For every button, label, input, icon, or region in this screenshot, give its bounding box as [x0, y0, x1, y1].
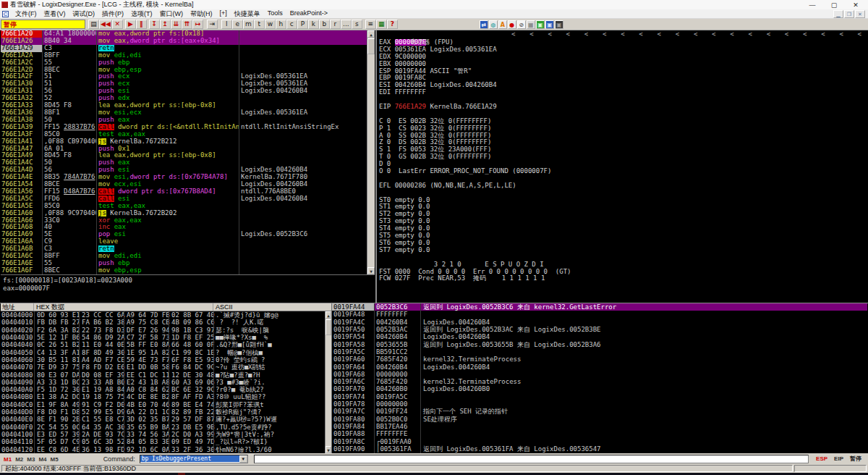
- disassembly-scrollbar[interactable]: ▲ ▼: [367, 30, 375, 274]
- register-line[interactable]: FST 0000 Cond 0 0 0 0 Err 0 0 0 0 0 0 0 …: [377, 269, 867, 276]
- macro-button-m3[interactable]: M3: [27, 456, 35, 463]
- breakpoints-window-button[interactable]: b: [319, 20, 330, 29]
- close-process-button[interactable]: ✕: [112, 20, 123, 29]
- macro-button-m1[interactable]: M1: [4, 456, 12, 463]
- dump-row[interactable]: 004040400C 26 51 B211 E0 44 0E5B FF E0 8…: [1, 341, 331, 348]
- plugin-disable-icon[interactable]: ⊘: [517, 20, 526, 29]
- register-line[interactable]: EIP 766E1A29 KernelBa.766E1A29: [377, 104, 867, 111]
- disasm-row[interactable]: 766E1A548BCEmov ecx,esiLogixDes.004260B4: [1, 181, 367, 188]
- stack-row[interactable]: 0019FA7800000000: [332, 400, 867, 408]
- go-to-user-code-button[interactable]: ⇥: [207, 20, 218, 29]
- disasm-row[interactable]: 766E1A6AC9leave: [1, 238, 367, 245]
- disasm-row[interactable]: 766E1A6BC3retn: [1, 245, 367, 253]
- register-line[interactable]: ST6 empty 0.0: [377, 240, 867, 247]
- scroll-down-icon[interactable]: ▼: [367, 267, 375, 274]
- stack-row[interactable]: 0019FA90│005361FA返回到 LogixDes.005361FA 来…: [332, 445, 867, 453]
- plugin-swap-icon[interactable]: ⇄: [480, 20, 488, 29]
- disassembly-pane[interactable]: 766E1A2064:A1 18000000mov eax,dword ptr …: [1, 30, 375, 303]
- register-line[interactable]: [377, 175, 867, 182]
- menu-item-3[interactable]: 插件(P): [98, 9, 127, 19]
- register-line[interactable]: D 0: [377, 161, 867, 168]
- run-trace-window-button[interactable]: ...: [341, 20, 352, 29]
- macro-button-m2[interactable]: M2: [15, 456, 23, 463]
- register-line[interactable]: EFL 00000286 (NO,NB,NE,A,S,PE,L,LE): [377, 182, 867, 190]
- menu-item-6[interactable]: 帮助(H): [187, 9, 216, 19]
- mdi-minimize-button[interactable]: ▁: [833, 10, 843, 18]
- disasm-row[interactable]: 766E1A338D45 F8lea eax,dword ptr ss:[ebp…: [1, 102, 367, 109]
- stack-row[interactable]: 0019FA88FFFFFFFE: [332, 430, 867, 437]
- command-combobox[interactable]: bp IsDebuggerPresent ▼: [140, 455, 248, 463]
- register-line[interactable]: ESP 0019FA44 ASCII "管R": [377, 68, 867, 75]
- command-extra-field[interactable]: [254, 455, 809, 463]
- disasm-row[interactable]: 766E1A6C8BFFmov edi,edi: [1, 253, 367, 260]
- register-line[interactable]: ST3 empty 0.0: [377, 218, 867, 225]
- dump-row[interactable]: 004040A0F5 1D 72 30E1 19 A8 84A0 C8 84 6…: [1, 386, 331, 393]
- register-line[interactable]: EDX 9C000000: [377, 54, 867, 61]
- stack-row[interactable]: 0019FA580053655B返回到 LogixDes.0053655B 来自…: [332, 341, 867, 348]
- register-line[interactable]: A 0 SS 002B 32位 0(FFFFFFFF): [377, 133, 867, 140]
- scroll-down-icon[interactable]: ▼: [326, 446, 331, 453]
- plugin-blue-icon[interactable]: ▣: [545, 20, 554, 29]
- dump-row[interactable]: 004040D0F8 D0 F1 D852 99 E5 D96A 22 D1 1…: [1, 408, 331, 416]
- menu-item-0[interactable]: 文件(F): [12, 9, 41, 19]
- stack-row[interactable]: 0019FA440052B3C6返回到 LogixDes.0052B3C6 来自…: [332, 303, 867, 311]
- stack-row[interactable]: 0019FA70004260B0LogixDes.004260B0: [332, 385, 867, 392]
- scroll-thumb[interactable]: [367, 38, 375, 54]
- menu-item-1[interactable]: 查看(V): [41, 9, 69, 19]
- call-stack-window-button[interactable]: k: [308, 20, 319, 29]
- memory-window-button[interactable]: m: [243, 20, 254, 29]
- scroll-thumb[interactable]: [326, 319, 331, 335]
- registers-pane[interactable]: 寄存器 (FPU) <<<<<<<<<<<<<<<<<<<< EAX 00000…: [375, 30, 867, 303]
- stack-row[interactable]: 0019FA48FFFFFFFF: [332, 311, 867, 318]
- menu-item-10[interactable]: BreakPoint->: [286, 9, 331, 19]
- plugin-dark-icon[interactable]: ▣: [555, 20, 563, 29]
- pause-button[interactable]: ‖: [136, 20, 147, 29]
- threads-window-button[interactable]: t: [254, 20, 265, 29]
- disasm-row[interactable]: 766E1A3F85C0test eax,eax: [1, 131, 367, 138]
- dump-row[interactable]: 004040F02C 54 55 0C64 35 AC 3035 65 B9 B…: [1, 424, 331, 431]
- menu-item-5[interactable]: 窗口(W): [156, 9, 187, 19]
- stack-row[interactable]: 0019FA500052B3AC返回到 LogixDes.0052B3AC 来自…: [332, 326, 867, 333]
- memory-dump-pane[interactable]: 地址 HEX 数据 ASCII 004040000D 60 93 E123 CC…: [1, 303, 331, 454]
- register-line[interactable]: 3 2 1 0 E S P U O Z D I: [377, 261, 867, 269]
- help-button[interactable]: ?: [387, 20, 398, 29]
- disasm-row[interactable]: 766E1A39FF15 28837B76call dword ptr ds:[…: [1, 124, 367, 131]
- dump-row[interactable]: 00404090A3 33 1D BC23 33 AB B0E2 43 1B A…: [1, 379, 331, 386]
- register-line[interactable]: [377, 190, 867, 197]
- disasm-row[interactable]: 766E1A6840inc eax: [1, 224, 367, 231]
- disasm-row[interactable]: 766E1A4E8B35 784A7B76mov esi,dword ptr d…: [1, 174, 367, 181]
- disasm-row[interactable]: 766E1A29C3retn: [1, 45, 367, 52]
- source-window-button[interactable]: s: [352, 20, 362, 29]
- plugin-green-icon[interactable]: ▣: [536, 20, 545, 29]
- disasm-row[interactable]: 766E1A476A 01push 0x1: [1, 146, 367, 153]
- macro-button-m4[interactable]: M4: [38, 456, 46, 463]
- register-line[interactable]: C 0 ES 002B 32位 0(FFFFFFFF): [377, 118, 867, 125]
- disasm-row[interactable]: 766E1A2D8BECmov ebp,esp: [1, 67, 367, 74]
- disasm-row[interactable]: 766E1A695Epop esiLogixDes.0052B3C6: [1, 231, 367, 238]
- dump-row[interactable]: 00404020F2 6A 3A B222 73 F8 D3DF E7 26 9…: [1, 327, 331, 334]
- disasm-row[interactable]: 766E1A2064:A1 18000000mov eax,dword ptr …: [1, 30, 367, 38]
- register-line[interactable]: ST7 empty 0.0: [377, 247, 867, 254]
- stack-row[interactable]: 0019FA8C┌0019FAA0: [332, 438, 867, 445]
- close-button[interactable]: ✕: [845, 1, 867, 9]
- register-line[interactable]: ESI 004260B4 LogixDes.004260B4: [377, 82, 867, 89]
- stack-row[interactable]: 0019FA54004260B4LogixDes.004260B4: [332, 333, 867, 340]
- mdi-close-button[interactable]: ✕: [855, 10, 865, 18]
- plugin-grid-icon[interactable]: ▦: [527, 20, 535, 29]
- dump-row[interactable]: 004040E08E F1 90 2BC1 55 E8 C73D 02 35 B…: [1, 416, 331, 423]
- dump-row[interactable]: 00404050C4 13 3F A18F 8D 49 301E 95 1A 8…: [1, 349, 331, 356]
- appearance-button[interactable]: ▦: [376, 20, 387, 29]
- stack-row[interactable]: 0019FA64004260B4LogixDes.004260B4: [332, 363, 867, 371]
- disasm-row[interactable]: 766E1A268B40 34mov eax,dword ptr ds:[eax…: [1, 38, 367, 45]
- trace-into-button[interactable]: ⇊: [171, 20, 182, 29]
- register-line[interactable]: ST2 empty 0.0: [377, 211, 867, 218]
- dump-row[interactable]: 004040B0E1 38 A2 DC19 18 75 754C DE 8E B…: [1, 393, 331, 400]
- register-line[interactable]: ST4 empty 0.0: [377, 225, 867, 232]
- macro-button-m5[interactable]: M5: [51, 456, 59, 463]
- dump-row[interactable]: 0040406030 B5 11 81A4 AD F7 CE59 4E 73 F…: [1, 356, 331, 363]
- dump-row[interactable]: 00404120EE C8 6D 4E36 13 98 FD92 1D 6C 0…: [1, 446, 331, 453]
- dump-row[interactable]: 004040305E 12 1F B654 86 D9 2AC7 2F 58 7…: [1, 334, 331, 341]
- register-line[interactable]: ST5 empty 0.0: [377, 232, 867, 240]
- restart-button[interactable]: ◀◀: [99, 20, 112, 29]
- menu-item-9[interactable]: Tools: [264, 9, 286, 19]
